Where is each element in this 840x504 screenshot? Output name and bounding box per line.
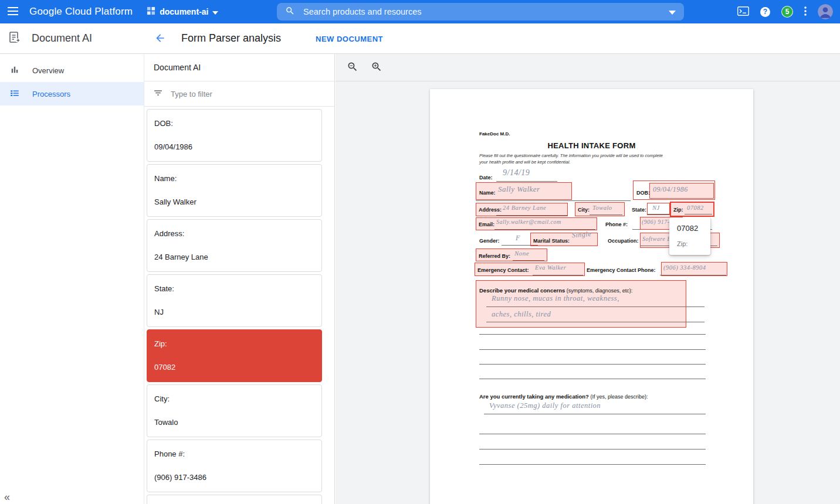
- cloud-shell-icon: [737, 6, 749, 18]
- search-input[interactable]: [303, 7, 669, 16]
- app-title: Document AI: [32, 32, 92, 45]
- help-button[interactable]: ?: [760, 7, 770, 17]
- overview-chart-icon: [9, 64, 20, 77]
- state-value: NJ: [652, 205, 660, 211]
- form-line: [496, 181, 557, 182]
- form-line: [479, 379, 706, 379]
- medication-label: Are you currently taking any medication?…: [479, 390, 648, 401]
- hamburger-menu-button[interactable]: [0, 0, 26, 23]
- sidebar-item-overview[interactable]: Overview: [0, 59, 144, 82]
- viewer-toolbar: [336, 54, 840, 81]
- occupation-label: Occupation:: [608, 238, 639, 244]
- back-button[interactable]: [153, 31, 168, 46]
- project-icon: [147, 6, 155, 17]
- marital-label: Marital Status:: [533, 238, 570, 244]
- notifications-badge[interactable]: 5: [781, 6, 793, 18]
- state-label: State:: [632, 207, 646, 213]
- field-card-state[interactable]: State: NJ: [147, 274, 322, 327]
- search-icon: [285, 6, 295, 18]
- field-card-phone[interactable]: Phone #: (906) 917-3486: [147, 440, 322, 492]
- referred-by-value: None: [514, 250, 529, 257]
- concerns-label: Describe your medical concerns (symptoms…: [479, 284, 632, 295]
- gender-label: Gender:: [479, 238, 500, 244]
- tooltip-label: Zip:: [677, 240, 703, 247]
- back-arrow-icon: [154, 32, 166, 46]
- form-instructions-line2: your health profile and will be kept con…: [479, 159, 571, 165]
- address-value: 24 Barney Lane: [503, 205, 546, 211]
- form-line: [479, 464, 706, 465]
- form-line: [484, 414, 706, 414]
- collapse-sidebar-icon[interactable]: «: [4, 491, 10, 503]
- date-value: 9/14/19: [503, 168, 530, 178]
- name-value: Sally Walker: [498, 185, 540, 194]
- entities-panel: Document AI DOB: 09/04/1986 Name: Sally …: [144, 54, 335, 504]
- gcp-topbar: Google Cloud Platform document-ai ? 5: [0, 0, 840, 23]
- topbar-actions: ? 5: [737, 0, 840, 23]
- form-instructions-line1: Please fill out the questionnaire carefu…: [479, 153, 663, 158]
- name-label: Name:: [479, 190, 496, 196]
- gender-value: F: [516, 234, 520, 243]
- emergency-phone-label: Emergency Contact Phone:: [587, 267, 656, 273]
- field-card-partial[interactable]: [147, 495, 322, 504]
- search-bar[interactable]: [277, 3, 684, 21]
- tooltip-value: 07082: [677, 224, 703, 233]
- sidebar-item-processors[interactable]: Processors: [0, 82, 144, 105]
- email-value: Sally.walker@cmail.com: [496, 219, 561, 225]
- filter-row: [144, 81, 334, 107]
- entity-tooltip: 07082 Zip:: [669, 217, 710, 255]
- project-selector[interactable]: document-ai: [147, 6, 218, 17]
- more-options-button[interactable]: [804, 6, 807, 18]
- medication-value: Vyvanse (25mg) daily for attention: [489, 401, 601, 410]
- zip-label: Zip:: [673, 207, 683, 213]
- form-line: [479, 364, 706, 365]
- field-card-zip-selected[interactable]: Zip: 07082: [147, 329, 322, 382]
- left-nav: Overview Processors: [0, 54, 144, 504]
- help-icon: ?: [760, 7, 770, 17]
- field-card-list: DOB: 09/04/1986 Name: Sally Walker Addre…: [144, 107, 334, 504]
- chevron-down-icon: [212, 7, 218, 16]
- sidebar-item-label: Overview: [32, 66, 64, 75]
- document-ai-logo-icon: [8, 30, 22, 47]
- document-viewer: FakeDoc M.D. HEALTH INTAKE FORM Please f…: [336, 54, 840, 504]
- app-brand: Document AI: [0, 23, 144, 53]
- panel-title: Document AI: [144, 54, 334, 81]
- dob-label: DOB:: [636, 190, 650, 196]
- new-document-button[interactable]: NEW DOCUMENT: [316, 35, 383, 43]
- cloud-shell-button[interactable]: [737, 6, 749, 18]
- project-name: document-ai: [160, 7, 208, 16]
- emergency-phone-value: (906) 334-8904: [663, 264, 706, 271]
- search-expand-chevron-icon[interactable]: [669, 6, 676, 17]
- hamburger-icon: [8, 7, 18, 17]
- city-label: City:: [578, 207, 590, 213]
- field-card-dob[interactable]: DOB: 09/04/1986: [147, 109, 322, 162]
- concerns-value-line1: Runny nose, mucas in throat, weakness,: [492, 294, 619, 303]
- kebab-icon: [804, 6, 807, 18]
- zoom-in-button[interactable]: [370, 60, 384, 74]
- dob-value: 09/04/1986: [653, 185, 688, 194]
- processors-list-icon: [9, 88, 20, 100]
- city-value: Towalo: [592, 205, 612, 211]
- referred-by-label: Referred By:: [479, 253, 510, 259]
- sidebar-item-label: Processors: [32, 90, 70, 98]
- app-header: Document AI Form Parser analysis NEW DOC…: [0, 23, 840, 54]
- form-line: [479, 334, 706, 335]
- form-line: [476, 200, 631, 201]
- zip-value: 07082: [687, 205, 704, 211]
- field-card-address[interactable]: Address: 24 Barney Lane: [147, 219, 322, 272]
- clinic-name: FakeDoc M.D.: [479, 131, 510, 137]
- emergency-contact-label: Emergency Contact:: [477, 267, 529, 273]
- form-line: [479, 449, 706, 449]
- gcp-logo[interactable]: Google Cloud Platform: [29, 6, 133, 18]
- avatar[interactable]: [818, 4, 833, 19]
- field-card-city[interactable]: City: Towalo: [147, 384, 322, 437]
- emergency-contact-value: Eva Walker: [535, 264, 566, 271]
- zoom-out-button[interactable]: [346, 60, 360, 74]
- form-line: [479, 434, 706, 434]
- phone-label: Phone #:: [605, 222, 628, 227]
- address-label: Address:: [479, 207, 502, 213]
- field-card-name[interactable]: Name: Sally Walker: [147, 164, 322, 217]
- marital-value: Single: [572, 230, 592, 240]
- filter-icon: [153, 88, 163, 100]
- filter-input[interactable]: [171, 90, 334, 98]
- document-page[interactable]: FakeDoc M.D. HEALTH INTAKE FORM Please f…: [430, 89, 753, 504]
